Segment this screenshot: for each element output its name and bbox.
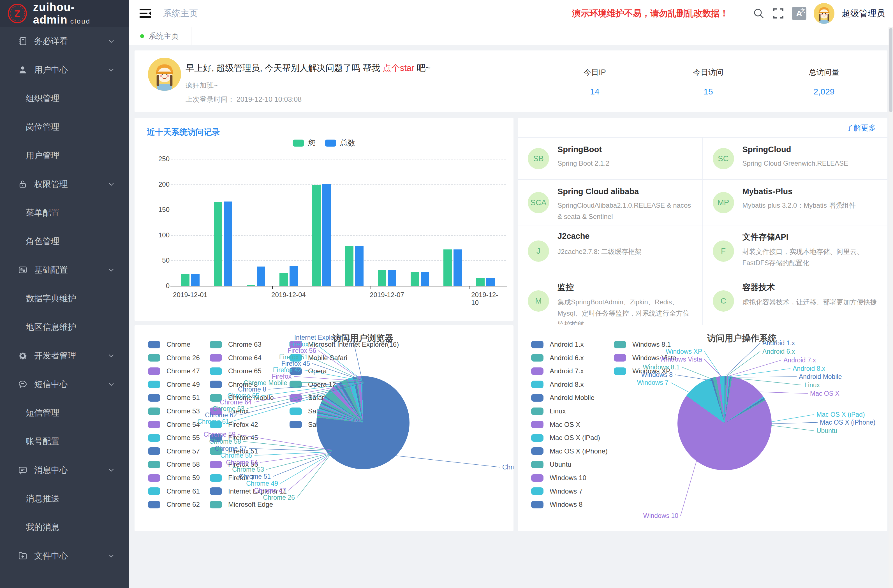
- browser-legend-Chrome 61[interactable]: Chrome 61: [148, 487, 200, 495]
- bar-总数-2019-12-06[interactable]: [355, 246, 364, 286]
- browser-legend-Chrome 53[interactable]: Chrome 53: [148, 407, 200, 415]
- sidebar-item-5[interactable]: 权限管理: [0, 170, 129, 199]
- tab-home[interactable]: 系统主页: [129, 27, 191, 45]
- os-legend-Android Mobile[interactable]: Android Mobile: [531, 394, 594, 402]
- os-legend-Windows 7[interactable]: Windows 7: [531, 487, 582, 495]
- bar-总数-2019-12-07[interactable]: [388, 270, 396, 286]
- browser-legend-Chrome 47[interactable]: Chrome 47: [148, 367, 200, 375]
- os-legend-Mac OS X (iPhone)[interactable]: Mac OS X (iPhone): [531, 447, 608, 455]
- os-legend-Android 7.x[interactable]: Android 7.x: [531, 367, 583, 375]
- browser-legend-Firefox 42[interactable]: Firefox 42: [210, 421, 258, 429]
- browser-legend-Opera[interactable]: Opera: [290, 367, 327, 375]
- sidebar-item-9[interactable]: 数据字典维护: [0, 284, 129, 313]
- framework-card-Spring Cloud alibaba[interactable]: SCA Spring Cloud alibaba SpringCloudAlib…: [518, 180, 703, 226]
- sidebar-item-4[interactable]: 用户管理: [0, 141, 129, 170]
- bar-总数-2019-12-09[interactable]: [454, 250, 462, 286]
- browser-legend-Chrome 64[interactable]: Chrome 64: [210, 354, 262, 362]
- browser-legend-Chrome 63[interactable]: Chrome 63: [210, 340, 262, 348]
- os-legend-Windows XP[interactable]: Windows XP: [614, 367, 671, 375]
- os-legend-Ubuntu[interactable]: Ubuntu: [531, 460, 571, 468]
- browser-legend-Chrome 51[interactable]: Chrome 51: [148, 394, 200, 402]
- bar-总数-2019-12-04[interactable]: [290, 266, 298, 286]
- browser-legend-Chrome 54[interactable]: Chrome 54: [148, 421, 200, 429]
- os-legend-Android 8.x[interactable]: Android 8.x: [531, 380, 583, 388]
- sidebar-item-16[interactable]: 消息推送: [0, 484, 129, 513]
- os-legend-Android 1.x[interactable]: Android 1.x: [531, 340, 583, 348]
- sidebar-item-2[interactable]: 组织管理: [0, 84, 129, 113]
- browser-legend-Chrome 58[interactable]: Chrome 58: [148, 460, 200, 468]
- framework-card-监控[interactable]: M 监控 集成SpringBootAdmin、Zipkin、Redis、Mysq…: [518, 276, 703, 325]
- bar-您-2019-12-09[interactable]: [443, 250, 452, 286]
- sidebar-item-8[interactable]: 基础配置: [0, 256, 129, 284]
- framework-card-Mybatis-Plus[interactable]: MP Mybatis-Plus Mybatis-plus 3.2.0：Mybat…: [703, 180, 888, 226]
- bar-您-2019-12-10[interactable]: [476, 278, 485, 286]
- search-icon[interactable]: [753, 7, 765, 20]
- bar-您-2019-12-04[interactable]: [280, 273, 288, 286]
- collapse-sidebar-icon[interactable]: [139, 8, 151, 19]
- browser-legend-Firefox 56[interactable]: Firefox 56: [210, 460, 258, 468]
- browser-legend-Opera 12[interactable]: Opera 12: [290, 380, 336, 388]
- browser-legend-Chrome 57[interactable]: Chrome 57: [148, 447, 200, 455]
- fullscreen-icon[interactable]: [772, 7, 785, 20]
- bar-chart-plot[interactable]: 0501001502002502019-12-012019-12-042019-…: [135, 118, 514, 321]
- browser-legend-Firefox 51[interactable]: Firefox 51: [210, 447, 258, 455]
- framework-card-文件存储API[interactable]: F 文件存储API 封装文件接口，实现本地存储、阿里云、FastDFS存储的配置…: [703, 226, 888, 276]
- browser-legend-Firefox[interactable]: Firefox: [210, 407, 249, 415]
- bar-您-2019-12-05[interactable]: [312, 185, 321, 286]
- os-legend-Windows 8[interactable]: Windows 8: [531, 501, 582, 508]
- sidebar-item-14[interactable]: 账号配置: [0, 427, 129, 456]
- framework-card-容器技术[interactable]: C 容器技术 虚拟化容器技术，让迁移、部署更加方便快捷: [703, 276, 888, 325]
- browser-legend-Chrome[interactable]: Chrome: [148, 340, 190, 348]
- sidebar-item-12[interactable]: 短信中心: [0, 370, 129, 399]
- bar-总数-2019-12-05[interactable]: [322, 184, 331, 286]
- bar-总数-2019-12-10[interactable]: [486, 278, 495, 286]
- user-avatar[interactable]: [814, 3, 834, 24]
- logo[interactable]: Z zuihou-admincloud: [0, 0, 129, 27]
- scrollbar[interactable]: [888, 27, 893, 588]
- framework-card-SpringBoot[interactable]: SB SpringBoot Spring Boot 2.1.2: [518, 138, 703, 180]
- browser-legend-Chrome 62[interactable]: Chrome 62: [148, 501, 200, 508]
- bar-总数-2019-12-02[interactable]: [224, 202, 232, 286]
- framework-card-J2cache[interactable]: J J2cache J2cache2.7.8: 二级缓存框架: [518, 226, 703, 276]
- breadcrumb[interactable]: 系统主页: [163, 8, 198, 20]
- sidebar-item-3[interactable]: 岗位管理: [0, 113, 129, 141]
- sidebar-item-18[interactable]: 文件中心: [0, 541, 129, 570]
- bar-您-2019-12-02[interactable]: [214, 202, 222, 286]
- browser-legend-Chrome 26[interactable]: Chrome 26: [148, 354, 200, 362]
- sidebar-item-17[interactable]: 我的消息: [0, 513, 129, 541]
- sidebar-item-10[interactable]: 地区信息维护: [0, 313, 129, 341]
- browser-legend-Chrome 55[interactable]: Chrome 55: [148, 434, 200, 442]
- browser-legend-Firefox 45[interactable]: Firefox 45: [210, 434, 258, 442]
- sidebar-item-6[interactable]: 菜单配置: [0, 199, 129, 227]
- os-legend-Windows 10[interactable]: Windows 10: [531, 474, 586, 482]
- sidebar-item-13[interactable]: 短信管理: [0, 399, 129, 427]
- os-legend-Linux[interactable]: Linux: [531, 407, 565, 415]
- username[interactable]: 超级管理员: [842, 8, 885, 20]
- bar-您-2019-12-01[interactable]: [181, 274, 189, 286]
- star-link[interactable]: 点个star: [383, 63, 415, 73]
- os-legend-Windows 8.1[interactable]: Windows 8.1: [614, 340, 671, 348]
- browser-legend-Chrome 49[interactable]: Chrome 49: [148, 380, 200, 388]
- os-legend-Windows Vista[interactable]: Windows Vista: [614, 354, 677, 362]
- os-legend-Mac OS X (iPad)[interactable]: Mac OS X (iPad): [531, 434, 600, 442]
- browser-legend-Chrome 65[interactable]: Chrome 65: [210, 367, 262, 375]
- bar-您-2019-12-07[interactable]: [378, 270, 386, 286]
- browser-legend-Chrome 8[interactable]: Chrome 8: [210, 380, 258, 388]
- bar-您-2019-12-06[interactable]: [345, 247, 353, 286]
- sidebar-item-15[interactable]: 消息中心: [0, 456, 129, 484]
- bar-总数-2019-12-01[interactable]: [191, 274, 200, 286]
- browser-legend-Microsoft Edge[interactable]: Microsoft Edge: [210, 501, 273, 508]
- bar-您-2019-12-03[interactable]: [247, 285, 255, 286]
- os-legend-Android 6.x[interactable]: Android 6.x: [531, 354, 583, 362]
- sidebar-item-7[interactable]: 角色管理: [0, 227, 129, 256]
- browser-pie[interactable]: [316, 376, 409, 469]
- learn-more-link[interactable]: 了解更多: [846, 123, 876, 133]
- bar-总数-2019-12-08[interactable]: [421, 272, 429, 286]
- language-icon[interactable]: A文: [792, 7, 806, 20]
- browser-legend-Chrome 59[interactable]: Chrome 59: [148, 474, 200, 482]
- sidebar-item-0[interactable]: 务必详看: [0, 27, 129, 56]
- sidebar-item-11[interactable]: 开发者管理: [0, 341, 129, 370]
- browser-legend-Chrome Mobile[interactable]: Chrome Mobile: [210, 394, 274, 402]
- browser-legend-Firefox 7[interactable]: Firefox 7: [210, 474, 254, 482]
- browser-legend-Safari[interactable]: Safari: [290, 394, 326, 402]
